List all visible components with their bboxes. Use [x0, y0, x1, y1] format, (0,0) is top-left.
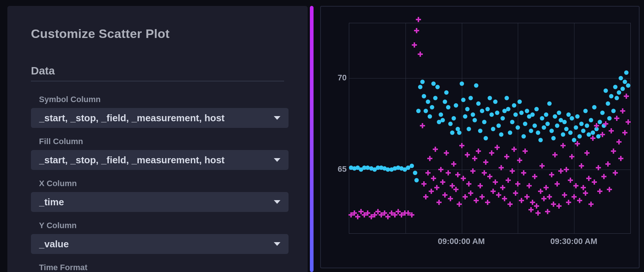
data-point-plus [423, 194, 428, 199]
data-point-circle [521, 134, 526, 139]
data-point-plus [572, 194, 577, 199]
panel-title: Customize Scatter Plot [31, 27, 284, 41]
data-point-circle [534, 107, 539, 111]
x-column-dropdown[interactable]: _time [31, 192, 289, 212]
data-point-plus [535, 210, 541, 216]
data-point-plus [442, 192, 447, 198]
data-point-circle [542, 125, 546, 130]
data-point-circle [496, 123, 501, 128]
gridline-vertical [406, 23, 406, 233]
data-point-circle [474, 83, 478, 88]
data-point-plus [620, 108, 625, 114]
data-point-circle [485, 107, 490, 111]
data-point-circle [500, 116, 505, 121]
data-point-plus [528, 207, 534, 212]
data-point-plus [500, 185, 505, 190]
data-point-circle [529, 129, 533, 133]
data-point-circle [452, 116, 456, 121]
data-point-circle [613, 85, 618, 89]
data-point-plus [502, 196, 507, 201]
data-point-plus [491, 189, 496, 194]
data-point-plus [470, 168, 475, 174]
data-point-circle [540, 116, 544, 121]
data-point-plus [461, 176, 466, 181]
data-point-circle [416, 109, 421, 113]
data-point-plus [541, 196, 546, 201]
root-layout: Customize Scatter Plot Data Symbol Colum… [0, 0, 644, 272]
data-point-plus [489, 150, 494, 156]
data-point-circle [482, 120, 486, 124]
chevron-down-icon [274, 158, 280, 162]
chevron-down-icon [274, 116, 280, 120]
data-point-plus [600, 132, 605, 137]
x-axis-tick: 09:30:00 AM [550, 237, 597, 246]
data-point-circle [512, 103, 516, 108]
chevron-down-icon [274, 200, 280, 204]
data-point-circle [581, 129, 585, 133]
data-point-plus [519, 198, 524, 203]
resize-handle[interactable] [310, 6, 314, 272]
data-point-plus [527, 183, 532, 188]
data-point-plus [539, 163, 545, 168]
data-point-plus [545, 209, 550, 214]
symbol-column-dropdown[interactable]: _start, _stop, _field, _measurement, hos… [31, 108, 289, 128]
data-point-plus [597, 189, 602, 194]
x-axis-tick: 09:00:00 AM [438, 237, 485, 246]
data-point-plus [564, 167, 569, 172]
data-point-circle [591, 130, 595, 135]
data-point-plus [478, 183, 483, 188]
data-point-circle [589, 118, 593, 122]
data-point-circle [570, 116, 574, 121]
data-point-plus [487, 174, 492, 179]
data-point-plus [618, 156, 623, 161]
data-point-plus [451, 161, 456, 167]
data-point-plus [448, 196, 453, 201]
data-point-plus [622, 130, 627, 135]
data-point-plus [420, 123, 425, 128]
fill-column-value: _start, _stop, _field, _measurement, hos… [39, 154, 224, 166]
data-point-circle [607, 116, 612, 121]
data-point-plus [444, 150, 449, 156]
data-point-circle [431, 81, 436, 86]
fill-column-dropdown[interactable]: _start, _stop, _field, _measurement, hos… [31, 150, 289, 170]
y-column-label: Y Column [39, 221, 284, 230]
y-column-dropdown[interactable]: _value [31, 234, 289, 254]
data-point-plus [434, 185, 439, 190]
data-point-plus [611, 149, 616, 154]
data-point-plus [590, 136, 595, 141]
data-point-plus [429, 189, 434, 194]
data-point-plus [463, 194, 468, 199]
x-column-value: _time [39, 196, 64, 208]
data-point-plus [583, 191, 588, 196]
data-point-plus [569, 154, 574, 159]
data-point-circle [568, 130, 573, 135]
data-point-plus [581, 185, 586, 190]
data-point-plus [624, 94, 629, 99]
data-point-plus [493, 179, 498, 185]
data-point-plus [453, 187, 459, 192]
data-point-circle [465, 107, 470, 111]
data-point-circle [457, 130, 461, 135]
data-point-plus [534, 203, 539, 209]
data-point-circle [410, 164, 414, 168]
data-point-plus [512, 147, 517, 152]
data-point-circle [562, 120, 567, 124]
data-point-circle [545, 122, 550, 126]
data-point-plus [560, 143, 566, 148]
customize-panel: Customize Scatter Plot Data Symbol Colum… [7, 6, 308, 272]
scatter-plot[interactable] [349, 23, 631, 234]
data-point-plus [603, 121, 608, 126]
data-point-plus [421, 181, 427, 186]
data-point-plus [457, 202, 462, 207]
data-point-plus [588, 202, 594, 207]
data-point-plus [521, 170, 526, 175]
time-format-label: Time Format [39, 263, 284, 272]
y-axis-tick: 70 [332, 73, 347, 83]
data-point-plus [499, 165, 504, 170]
data-point-plus [607, 187, 612, 192]
data-point-plus [517, 158, 522, 163]
data-point-circle [611, 109, 616, 113]
data-point-circle [623, 80, 627, 84]
data-point-circle [480, 109, 484, 113]
data-point-plus [418, 52, 423, 57]
